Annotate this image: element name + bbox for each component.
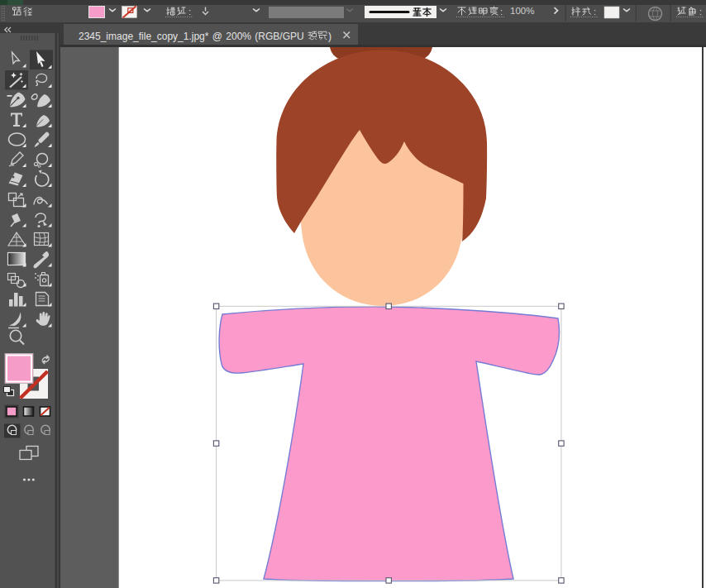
svg-text::: :: [188, 7, 191, 17]
svg-text::: :: [594, 7, 596, 17]
svg-text:100%: 100%: [510, 6, 534, 16]
svg-text::: :: [699, 7, 702, 17]
svg-text::: :: [500, 7, 503, 17]
